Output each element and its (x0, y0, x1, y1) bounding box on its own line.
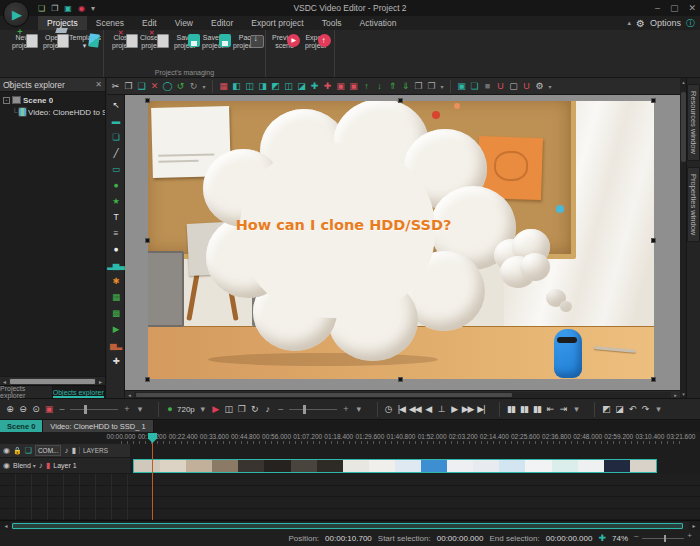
volume-minus-icon[interactable]: – (274, 402, 287, 417)
canvas-vertical-scrollbar[interactable]: ▴ ▾ (680, 78, 687, 398)
next-object-icon[interactable]: ▶▶ (461, 402, 475, 417)
layer-film-icon[interactable]: ▮ (46, 461, 50, 470)
line-tool-icon[interactable]: ╱ (108, 145, 124, 161)
volume-plus-icon[interactable]: + (339, 402, 352, 417)
canvas-horizontal-scrollbar[interactable]: ◂ ▸ (125, 390, 680, 398)
resize-handle-n[interactable] (398, 98, 403, 103)
scroll-down-icon[interactable]: ▾ (680, 391, 687, 397)
tool-settings-icon[interactable]: ⚙ (533, 80, 546, 93)
align-center-icon[interactable]: ◫ (243, 80, 256, 93)
pause-end-icon[interactable]: ▮▮ (530, 402, 543, 417)
dock-tab[interactable]: Properties window (687, 167, 700, 242)
scroll-right-icon[interactable]: ▸ (96, 378, 105, 385)
pin-icon[interactable]: ⚲ (7, 80, 13, 89)
copy-icon[interactable]: ❐ (122, 80, 135, 93)
move-down-icon[interactable]: ↓ (373, 80, 386, 93)
layer-audio-icon[interactable]: ♪ (39, 461, 43, 470)
paste-icon[interactable]: ❑ (135, 80, 148, 93)
move-up-icon[interactable]: ↑ (360, 80, 373, 93)
stop-icon[interactable]: ⊥ (435, 402, 448, 417)
frame-snapshot-icon[interactable]: ❐ (235, 402, 248, 417)
zoom-plus-icon[interactable]: + (120, 402, 133, 417)
jump-back-icon[interactable]: ⇤ (543, 402, 556, 417)
align-top-icon[interactable]: ◩ (269, 80, 282, 93)
deselect-icon[interactable]: ◯ (161, 80, 174, 93)
select-area-icon[interactable]: ▢ (507, 80, 520, 93)
menu-tab[interactable]: Tools (313, 16, 351, 30)
menu-tab[interactable]: View (166, 16, 202, 30)
timeline-zoom-slider[interactable] (68, 402, 120, 417)
resize-handle-ne[interactable] (651, 98, 656, 103)
text-tool-icon[interactable]: T (108, 209, 124, 225)
redo-menu-icon[interactable]: ▾ (200, 80, 208, 93)
explorer-horizontal-scrollbar[interactable]: ◂ ▸ (0, 376, 105, 385)
close-project-button[interactable]: Close project (107, 32, 138, 50)
zoom-minus-icon[interactable]: – (55, 402, 68, 417)
scroll-up-icon[interactable]: ▴ (680, 79, 687, 85)
underline-dot-icon[interactable]: U (520, 80, 533, 93)
separator[interactable] (365, 402, 378, 417)
bring-front-icon[interactable]: ⇑ (386, 80, 399, 93)
open-project-button[interactable]: Open project (38, 32, 69, 50)
timeline-tab[interactable]: Video: CloneHDD to SSD_ 1 (43, 420, 153, 432)
resize-handle-s[interactable] (398, 377, 403, 382)
ellipse-tool-icon[interactable]: ● (108, 177, 124, 193)
save-project-button[interactable]: Save project (169, 32, 200, 50)
scroll-right-icon[interactable]: ▸ (671, 392, 680, 398)
volume-slider[interactable] (287, 402, 339, 417)
next-scene-icon[interactable]: ◫ (222, 402, 235, 417)
collapse-ribbon-icon[interactable]: ▴ (627, 19, 631, 27)
preview-scene-button[interactable]: Preview scene (269, 32, 300, 50)
menu-tab[interactable]: Editor (202, 16, 242, 30)
scroll-right-icon[interactable]: ▸ (689, 522, 699, 529)
paste-menu-icon[interactable]: ▾ (438, 80, 446, 93)
trim-end-icon[interactable]: ◪ (612, 402, 625, 417)
save-as-project-button[interactable]: Save as project... (200, 32, 231, 50)
close-all-projects-button[interactable]: Close all projects (138, 32, 169, 50)
separator[interactable] (208, 80, 213, 93)
composition-button[interactable]: COM... (35, 445, 62, 456)
new-project-button[interactable]: New project (7, 32, 38, 50)
zoom-fit-icon[interactable]: ⊙ (29, 402, 42, 417)
gear-icon[interactable]: ⚙ (636, 18, 645, 29)
collapse-node-icon[interactable]: - (3, 97, 10, 104)
align-right-icon[interactable]: ◨ (256, 80, 269, 93)
subtitles-tool-icon[interactable]: ≡ (108, 225, 124, 241)
audio-icon[interactable]: ♪ (64, 446, 68, 455)
edit-menu-icon[interactable]: ▾ (651, 402, 664, 417)
group-objects-icon[interactable]: ▣ (455, 80, 468, 93)
resize-handle-e[interactable] (651, 238, 656, 243)
go-end-icon[interactable]: ▶| (474, 402, 487, 417)
prev-object-icon[interactable]: ◀◀ (408, 402, 422, 417)
zoom-menu-icon[interactable]: ▾ (133, 402, 146, 417)
quality-dot-icon[interactable]: ● (163, 402, 176, 417)
chart-tool-icon[interactable]: ▂▅▃ (108, 257, 124, 273)
align-bottom-icon[interactable]: ◪ (295, 80, 308, 93)
menu-tab[interactable]: Export project (242, 16, 312, 30)
delete-icon[interactable]: ✕ (148, 80, 161, 93)
align-left-icon[interactable]: ◧ (230, 80, 243, 93)
movement-tool-icon[interactable]: ✚ (108, 353, 124, 369)
scroll-left-icon[interactable]: ◂ (0, 378, 9, 385)
pointer-tool-icon[interactable]: ↖ (108, 97, 124, 113)
tree-item-video[interactable]: └ Video: CloneHDD to SSD_ (3, 106, 105, 118)
separator[interactable] (487, 402, 500, 417)
separator[interactable] (446, 80, 451, 93)
jump-forward-icon[interactable]: ⇥ (556, 402, 569, 417)
video-tool-icon[interactable]: ▶ (108, 321, 124, 337)
volume-menu-icon[interactable]: ▾ (352, 402, 365, 417)
settings-menu-icon[interactable]: ▾ (546, 80, 554, 93)
image-tool-icon[interactable]: ▦ (108, 289, 124, 305)
pan-mode-icon[interactable]: ✚ (598, 533, 606, 543)
center-horizontal-icon[interactable]: ✚ (308, 80, 321, 93)
zoom-slider[interactable]: –+ (634, 533, 692, 543)
separator[interactable] (146, 402, 159, 417)
tooltip-tool-icon[interactable]: ● (108, 241, 124, 257)
visibility-icon[interactable]: ◉ (3, 446, 10, 455)
close-button[interactable]: ✕ (688, 3, 696, 13)
undo-icon[interactable]: ↺ (174, 80, 187, 93)
paste-properties-icon[interactable]: ❐ (425, 80, 438, 93)
redo-icon[interactable]: ↻ (187, 80, 200, 93)
options-button[interactable]: Options (650, 18, 681, 28)
video-preview[interactable]: How can I clone HDD/SSD? (148, 101, 654, 379)
